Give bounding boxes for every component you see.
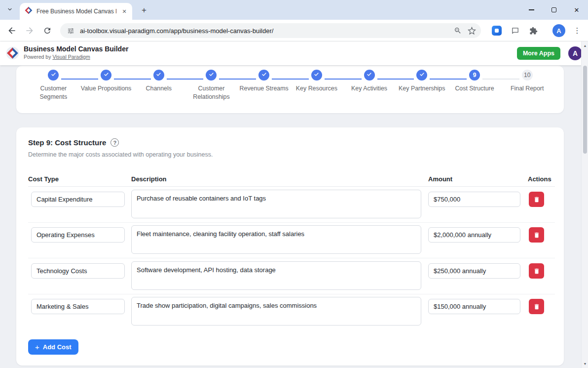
step-revenue-streams[interactable]: Revenue Streams <box>238 70 291 101</box>
powered-by: Powered by Visual Paradigm <box>24 54 90 60</box>
stepper-card: Customer Segments Value Propositions Cha… <box>16 66 564 113</box>
step-number: 9 <box>469 70 480 81</box>
help-icon[interactable]: ? <box>110 138 119 147</box>
user-avatar[interactable]: A <box>568 46 582 60</box>
amount-input[interactable] <box>428 263 520 279</box>
extensions-puzzle-icon[interactable] <box>527 24 540 37</box>
browser-tab[interactable]: Free Business Model Canvas Ed ✕ <box>20 3 132 20</box>
step-label: Channels <box>146 84 172 93</box>
browser-menu-button[interactable]: ⋮ <box>571 24 584 37</box>
address-bar[interactable]: ai-toolbox.visual-paradigm.com/app/busin… <box>60 23 481 38</box>
check-icon <box>209 72 214 79</box>
check-icon <box>261 72 267 79</box>
step-label: Revenue Streams <box>240 84 289 93</box>
column-header-amount: Amount <box>428 175 452 183</box>
extension-badge <box>492 26 502 36</box>
step-channels[interactable]: Channels <box>132 70 185 101</box>
page-scrollbar[interactable]: ▲ ▼ <box>581 41 588 368</box>
trash-icon <box>533 303 540 310</box>
app-title: Business Model Canvas Builder <box>24 45 128 53</box>
step-final-report[interactable]: 10 Final Report <box>501 70 553 101</box>
cost-type-input[interactable] <box>31 263 125 279</box>
page-content: Customer Segments Value Propositions Cha… <box>0 65 588 368</box>
delete-row-button[interactable] <box>529 227 544 243</box>
new-tab-button[interactable]: + <box>138 4 150 16</box>
trash-icon <box>533 232 540 239</box>
check-icon <box>367 72 372 79</box>
back-button[interactable] <box>6 25 18 37</box>
amount-input[interactable] <box>428 227 520 243</box>
step-customer-relationships[interactable]: Customer Relationships <box>185 70 238 101</box>
close-button[interactable]: ✕ <box>565 0 588 20</box>
description-input[interactable]: Fleet maintenance, cleaning facility ope… <box>131 225 421 254</box>
tab-strip: Free Business Model Canvas Ed ✕ + ✕ <box>0 0 588 20</box>
reload-button[interactable] <box>41 25 53 37</box>
check-icon <box>104 72 109 79</box>
cost-row: Purchase of reusable containers and IoT … <box>28 187 555 223</box>
step-key-partnerships[interactable]: Key Partnerships <box>396 70 448 101</box>
description-input[interactable]: Software development, API hosting, data … <box>131 261 421 290</box>
check-icon <box>419 72 425 79</box>
trash-icon <box>533 196 540 203</box>
description-input[interactable]: Purchase of reusable containers and IoT … <box>131 190 421 218</box>
minimize-button[interactable] <box>520 0 543 20</box>
tab-favicon <box>25 6 33 16</box>
forward-button[interactable] <box>24 25 36 37</box>
step-label: Customer Segments <box>36 84 71 101</box>
profile-initial: A <box>552 24 565 37</box>
amount-input[interactable] <box>428 192 520 207</box>
more-apps-button[interactable]: More Apps <box>517 47 560 60</box>
tab-search-button[interactable] <box>5 5 15 15</box>
trash-icon <box>533 268 540 275</box>
site-info-icon[interactable] <box>66 26 75 35</box>
visual-paradigm-logo <box>6 46 19 60</box>
chat-icon[interactable] <box>509 24 521 37</box>
delete-row-button[interactable] <box>529 299 544 314</box>
add-cost-label: Add Cost <box>43 343 72 351</box>
url-text[interactable]: ai-toolbox.visual-paradigm.com/app/busin… <box>80 27 448 35</box>
step-value-propositions[interactable]: Value Propositions <box>80 70 133 101</box>
step-label: Customer Relationships <box>188 84 234 101</box>
cost-type-input[interactable] <box>31 299 125 314</box>
amount-input[interactable] <box>428 299 520 314</box>
step-key-resources[interactable]: Key Resources <box>291 70 343 101</box>
visual-paradigm-link[interactable]: Visual Paradigm <box>52 54 90 60</box>
step-label: Key Resources <box>296 84 337 93</box>
step-label: Key Partnerships <box>399 84 445 93</box>
step-label: Final Report <box>511 84 544 93</box>
column-header-cost-type: Cost Type <box>28 175 59 183</box>
delete-row-button[interactable] <box>529 192 544 207</box>
reload-icon <box>43 26 52 35</box>
description-input[interactable]: Trade show participation, digital campai… <box>131 297 421 326</box>
check-icon <box>314 72 319 79</box>
column-header-description: Description <box>131 175 167 183</box>
plus-icon: + <box>35 343 39 351</box>
step-label: Cost Structure <box>455 84 494 93</box>
step-customer-segments[interactable]: Customer Segments <box>27 70 80 101</box>
cost-row: Trade show participation, digital campai… <box>28 294 555 330</box>
scrollbar-thumb[interactable] <box>583 66 587 154</box>
tab-title: Free Business Model Canvas Ed <box>37 8 116 15</box>
column-header-actions: Actions <box>528 175 551 183</box>
browser-window: Free Business Model Canvas Ed ✕ + ✕ ai-t… <box>0 0 588 368</box>
check-icon <box>156 72 161 79</box>
scroll-up-icon[interactable]: ▲ <box>582 42 588 49</box>
add-cost-button[interactable]: + Add Cost <box>28 339 78 355</box>
step-cost-structure[interactable]: 9 Cost Structure <box>448 70 501 101</box>
back-icon <box>7 26 17 36</box>
delete-row-button[interactable] <box>529 263 544 279</box>
cost-type-input[interactable] <box>31 192 125 207</box>
three-dots-icon: ⋮ <box>574 26 581 35</box>
extension-icon-blue[interactable] <box>490 24 503 37</box>
forward-icon <box>25 26 35 36</box>
maximize-button[interactable] <box>543 0 565 20</box>
zoom-icon[interactable] <box>453 26 462 35</box>
browser-profile-avatar[interactable]: A <box>552 24 565 37</box>
step-number: 10 <box>522 70 533 81</box>
tab-close-icon[interactable]: ✕ <box>120 7 128 15</box>
bookmark-star-icon[interactable] <box>467 26 476 35</box>
step-label: Value Propositions <box>81 84 131 93</box>
cost-type-input[interactable] <box>31 227 125 243</box>
step-key-activities[interactable]: Key Activities <box>343 70 396 101</box>
scroll-down-icon[interactable]: ▼ <box>582 360 588 367</box>
